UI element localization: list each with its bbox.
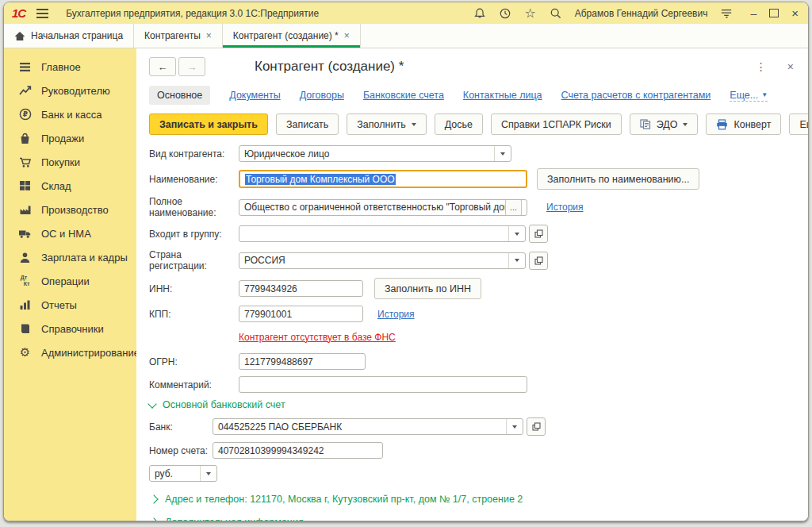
book-icon [18, 322, 32, 336]
group-open-button[interactable] [529, 225, 548, 243]
page-title: Контрагент (создание) * [255, 59, 404, 75]
main-menu-icon[interactable] [36, 9, 48, 18]
bank-combo[interactable]: 044525225 ПАО СБЕРБАНК [213, 418, 523, 435]
maximize-button[interactable] [769, 9, 779, 17]
combo-dropdown-icon[interactable] [508, 226, 525, 241]
full-name-expand-button[interactable]: ... [505, 199, 522, 216]
combo-dropdown-icon[interactable] [506, 419, 523, 434]
bank-open-button[interactable] [527, 417, 546, 436]
form-toolbar: Записать и закрыть Записать Заполнить До… [149, 113, 797, 135]
comment-input[interactable] [239, 376, 527, 393]
nav-more-button[interactable]: Еще...▼ [730, 90, 768, 102]
field-label-full-name: Полное наименование: [149, 196, 239, 218]
save-and-close-button[interactable]: Записать и закрыть [149, 113, 268, 135]
ogrn-input[interactable]: 1217799488697 [239, 353, 366, 370]
nav-link-dogovory[interactable]: Договоры [300, 90, 344, 101]
ruble-circle-icon: ₽ [18, 108, 32, 121]
home-icon [14, 31, 25, 41]
tab-kontragenty[interactable]: Контрагенты × [134, 24, 223, 48]
full-name-history-link[interactable]: История [546, 202, 584, 213]
dt-kt-icon: ДтКт [18, 275, 32, 288]
full-name-input[interactable]: Общество с ограниченной ответственностью… [239, 199, 527, 216]
sidebar-item-sklad[interactable]: Склад [4, 174, 136, 198]
tab-close-icon[interactable]: × [344, 31, 350, 40]
sidebar-item-rukovoditelyu[interactable]: Руководителю [4, 79, 136, 102]
account-number-input[interactable]: 40702810399994349242 [213, 442, 383, 459]
field-label-inn: ИНН: [149, 283, 239, 294]
form-panel: ← → Контрагент (создание) * ⋮ × Основное… [136, 48, 808, 521]
bank-section-toggle[interactable]: Основной банковский счет [149, 399, 797, 410]
nav-link-bankovskie-scheta[interactable]: Банковские счета [363, 90, 444, 101]
factory-icon [18, 203, 32, 217]
kind-combo[interactable]: Юридическое лицо [239, 145, 511, 162]
sidebar-item-operacii[interactable]: ДтКт Операции [4, 269, 136, 293]
form-menu-kebab-icon[interactable]: ⋮ [756, 60, 767, 73]
sidebar-item-spravochniki[interactable]: Справочники [4, 317, 136, 340]
field-label-kind: Вид контрагента: [149, 148, 239, 160]
printer-icon [716, 119, 728, 130]
fill-by-name-button[interactable]: Заполнить по наименованию... [537, 168, 699, 190]
sidebar-item-os-i-nma[interactable]: ОС и НМА [4, 221, 136, 245]
truck-icon [18, 227, 32, 240]
envelope-print-button[interactable]: Конверт [706, 113, 781, 135]
service-settings-icon[interactable] [720, 7, 733, 20]
edo-dropdown-button[interactable]: ЭДО [630, 113, 699, 135]
address-section-toggle[interactable]: Адрес и телефон: 121170, Москва г, Кутуз… [149, 494, 797, 505]
currency-combo[interactable]: руб. [149, 465, 217, 482]
nav-link-dokumenty[interactable]: Документы [229, 90, 280, 101]
sidebar-item-otchety[interactable]: Отчеты [4, 293, 136, 317]
sidebar-item-administrirovanie[interactable]: ⚙ Администрирование [4, 340, 136, 364]
nav-link-scheta-raschetov[interactable]: Счета расчетов с контрагентами [561, 90, 711, 101]
sidebar-item-bank-i-kassa[interactable]: ₽ Банк и касса [4, 102, 136, 126]
dossier-button[interactable]: Досье [435, 113, 483, 135]
field-label-bank: Банк: [149, 421, 213, 433]
tab-close-icon[interactable]: × [206, 31, 212, 40]
form-close-icon[interactable]: × [787, 60, 794, 73]
spark-button[interactable]: Справки 1СПАРК Риски [491, 113, 622, 135]
sidebar-item-zarplata-i-kadry[interactable]: Зарплата и кадры [4, 245, 136, 269]
inn-input[interactable]: 7799434926 [239, 280, 363, 297]
app-window: 1С Бухгалтерия предприятия, редакция 3.0… [3, 2, 809, 521]
search-icon[interactable] [550, 7, 562, 20]
trend-chart-icon [18, 84, 32, 98]
sidebar-item-pokupki[interactable]: Покупки [4, 150, 136, 174]
boxes-grid-icon [18, 179, 32, 193]
shopping-bag-icon [18, 132, 32, 145]
favorites-star-icon[interactable]: ☆ [524, 7, 537, 20]
sidebar-item-proizvodstvo[interactable]: Производство [4, 198, 136, 221]
sidebar: Главное Руководителю ₽ Банк и касса Прод… [4, 48, 136, 521]
fns-warning-link[interactable]: Контрагент отсутствует в базе ФНС [239, 332, 396, 343]
nav-link-osnovnoe[interactable]: Основное [149, 86, 210, 105]
field-label-comment: Комментарий: [149, 379, 239, 390]
forward-button[interactable]: → [178, 57, 205, 76]
form-nav: Основное Документы Договоры Банковские с… [149, 86, 797, 105]
extra-info-section-toggle[interactable]: Дополнительная информация [149, 517, 797, 521]
combo-dropdown-icon[interactable] [508, 253, 525, 268]
combo-dropdown-icon[interactable] [200, 466, 216, 481]
sidebar-item-glavnoe[interactable]: Главное [4, 55, 136, 79]
field-label-account: Номер счета: [149, 445, 213, 456]
fill-by-inn-button[interactable]: Заполнить по ИНН [374, 278, 481, 299]
nav-link-kontaktnye-lica[interactable]: Контактные лица [463, 90, 542, 101]
country-combo[interactable]: РОССИЯ [239, 252, 526, 269]
current-user: Абрамов Геннадий Сергеевич [575, 8, 708, 19]
save-button[interactable]: Записать [276, 113, 339, 135]
country-open-button[interactable] [529, 252, 548, 270]
titlebar: 1С Бухгалтерия предприятия, редакция 3.0… [4, 2, 808, 24]
fill-dropdown-button[interactable]: Заполнить [347, 113, 426, 135]
kpp-input[interactable]: 779901001 [239, 306, 363, 322]
tab-kontragent-create[interactable]: Контрагент (создание) * × [223, 24, 361, 48]
history-icon[interactable] [499, 7, 511, 20]
tab-home[interactable]: Начальная страница [4, 24, 134, 48]
kpp-history-link[interactable]: История [377, 309, 415, 320]
group-combo[interactable] [239, 225, 526, 242]
back-button[interactable]: ← [149, 57, 176, 76]
minimize-button[interactable]: – [750, 8, 756, 19]
name-input[interactable]: Торговый дом Комплексный ООО [239, 170, 527, 188]
combo-dropdown-icon[interactable] [494, 146, 511, 161]
chevron-right-icon [149, 517, 158, 521]
more-dropdown-button[interactable]: Еще [789, 113, 809, 135]
notifications-bell-icon[interactable] [473, 7, 486, 20]
sidebar-item-prodazhi[interactable]: Продажи [4, 126, 136, 150]
window-close-button[interactable]: × [791, 7, 799, 19]
